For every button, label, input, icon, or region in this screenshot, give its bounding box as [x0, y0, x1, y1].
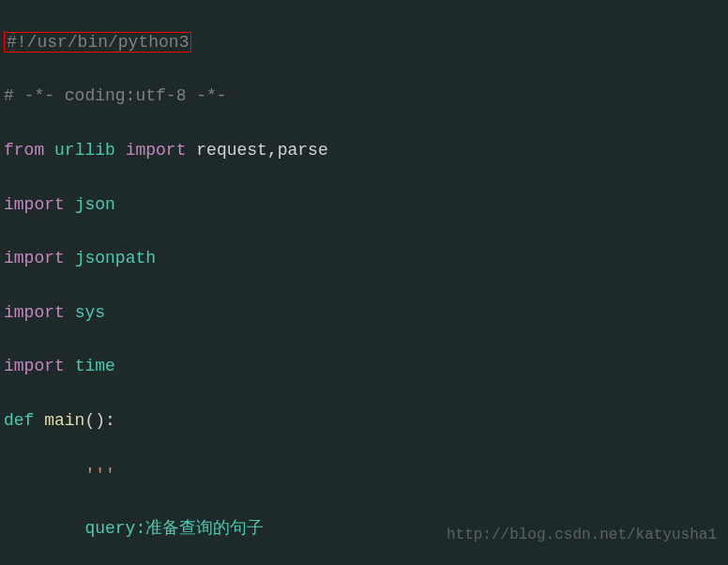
code-block: #!/usr/bin/python3 # -*- coding:utf-8 -*…: [0, 0, 728, 565]
code-line-7: import time: [4, 353, 724, 380]
code-line-8: def main():: [4, 407, 724, 435]
shebang-highlight: #!/usr/bin/python3: [4, 32, 191, 53]
code-line-5: import jsonpath: [4, 245, 724, 272]
code-line-4: import json: [4, 191, 724, 219]
code-line-9: ''': [4, 462, 724, 489]
code-line-1: #!/usr/bin/python3: [4, 29, 724, 56]
watermark-text: http://blog.csdn.net/katyusha1: [447, 524, 717, 548]
code-line-2: # -*- coding:utf-8 -*-: [4, 83, 724, 110]
code-line-3: from urllib import request,parse: [4, 137, 724, 164]
code-line-6: import sys: [4, 299, 724, 327]
